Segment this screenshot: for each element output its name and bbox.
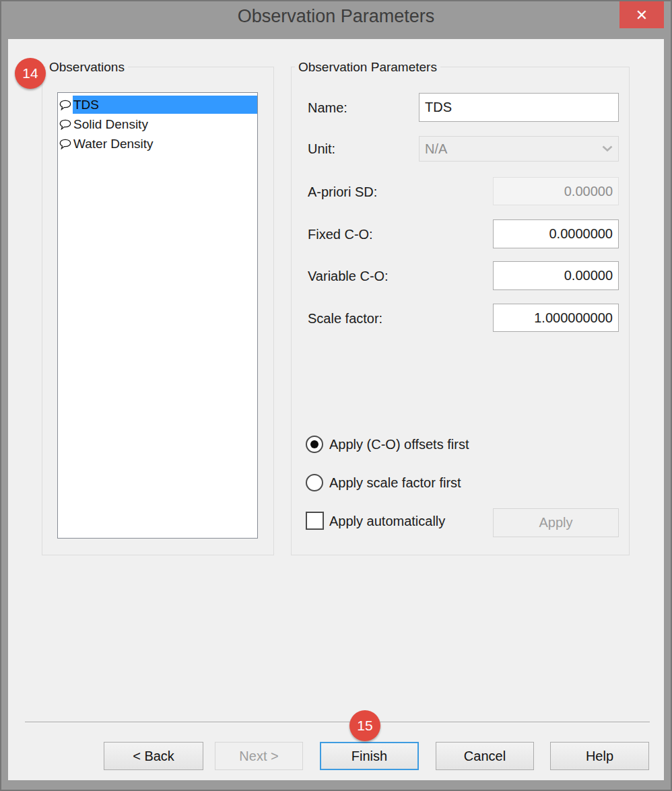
- variable-co-field[interactable]: [493, 261, 619, 290]
- step-badge-14: 14: [15, 58, 46, 89]
- name-field[interactable]: [419, 93, 619, 122]
- observations-group-title: Observations: [46, 59, 128, 76]
- unit-value: N/A: [425, 141, 598, 157]
- step-badge-15: 15: [349, 710, 380, 741]
- apply-button: Apply: [493, 508, 619, 537]
- footer-separator: [25, 722, 650, 723]
- scale-factor-field[interactable]: [493, 304, 619, 332]
- chevron-down-icon: [598, 145, 613, 152]
- title-bar: Observation Parameters ✕: [1, 1, 671, 39]
- unit-label: Unit:: [308, 140, 335, 158]
- finish-button[interactable]: Finish: [320, 742, 419, 770]
- variable-co-label: Variable C-O:: [308, 267, 389, 285]
- name-label: Name:: [308, 99, 347, 116]
- apply-automatically-label[interactable]: Apply automatically: [329, 512, 445, 530]
- unit-dropdown[interactable]: N/A: [419, 136, 619, 162]
- close-button[interactable]: ✕: [619, 1, 664, 28]
- radio-apply-scale-first-label[interactable]: Apply scale factor first: [329, 473, 461, 492]
- apriori-sd-label: A-priori SD:: [308, 183, 377, 201]
- step-badge-15-number: 15: [357, 718, 372, 734]
- next-button: Next >: [215, 742, 303, 770]
- help-button[interactable]: Help: [550, 742, 649, 770]
- list-item-label: Water Density: [73, 135, 257, 153]
- observations-list[interactable]: TDS Solid Density Water Density: [57, 92, 258, 539]
- fixed-co-label: Fixed C-O:: [308, 226, 373, 243]
- observation-balloon-icon: [58, 119, 73, 130]
- observation-balloon-icon: [58, 139, 73, 149]
- back-button[interactable]: < Back: [104, 742, 203, 770]
- list-item-label: Solid Density: [73, 115, 257, 133]
- apply-automatically-checkbox[interactable]: [306, 512, 324, 530]
- cancel-button[interactable]: Cancel: [436, 742, 534, 770]
- observation-parameters-dialog: Observation Parameters ✕ 14 Observations…: [0, 0, 672, 791]
- parameters-group-title: Observation Parameters: [295, 59, 440, 76]
- list-item-solid-density[interactable]: Solid Density: [58, 114, 257, 134]
- scale-factor-label: Scale factor:: [308, 310, 382, 327]
- fixed-co-field[interactable]: [493, 219, 619, 248]
- list-item-tds[interactable]: TDS: [58, 95, 257, 114]
- close-icon: ✕: [636, 7, 648, 24]
- dialog-title: Observation Parameters: [1, 1, 671, 31]
- apriori-sd-field: [493, 177, 619, 205]
- observation-balloon-icon: [58, 100, 73, 110]
- radio-apply-offsets-first-label[interactable]: Apply (C-O) offsets first: [329, 435, 469, 454]
- radio-apply-offsets-first[interactable]: [306, 436, 323, 453]
- radio-apply-scale-first[interactable]: [306, 474, 323, 491]
- list-item-water-density[interactable]: Water Density: [58, 134, 257, 153]
- step-badge-14-number: 14: [22, 65, 38, 81]
- list-item-label: TDS: [73, 96, 257, 114]
